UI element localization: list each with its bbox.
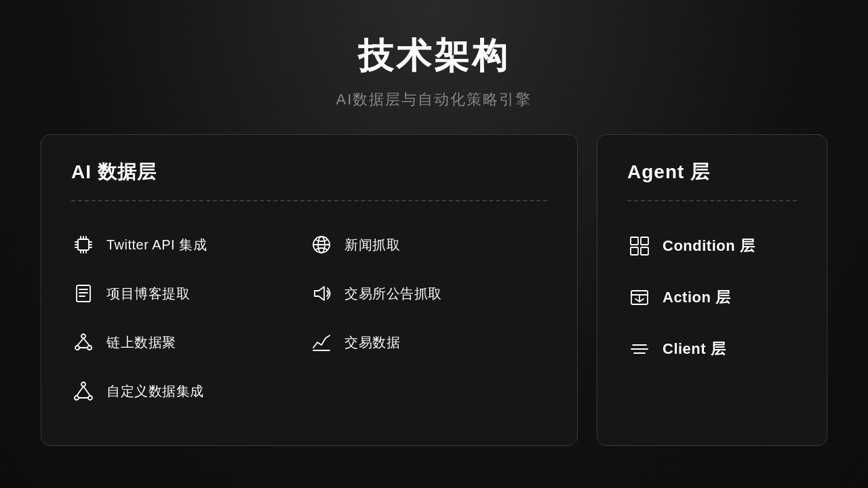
list-item: 新闻抓取 bbox=[309, 220, 547, 269]
action-icon bbox=[627, 285, 652, 310]
agent-layer-card: Agent 层 Condition 层 bbox=[597, 134, 827, 446]
onchain-label: 链上数据聚 bbox=[106, 333, 176, 352]
left-divider bbox=[71, 200, 547, 201]
speaker-icon bbox=[309, 281, 334, 306]
chart-icon bbox=[309, 330, 334, 354]
trade-data-label: 交易数据 bbox=[344, 333, 400, 352]
news-label: 新闻抓取 bbox=[344, 236, 400, 254]
svg-rect-35 bbox=[641, 237, 648, 245]
svg-rect-34 bbox=[631, 237, 638, 245]
right-items: Condition 层 Action 层 bbox=[627, 220, 797, 375]
list-item: Twitter API 集成 bbox=[71, 220, 309, 269]
list-item: Client 层 bbox=[627, 323, 797, 375]
left-items-grid: Twitter API 集成 项目博客提取 bbox=[71, 220, 547, 415]
svg-point-23 bbox=[81, 382, 85, 386]
left-col1: Twitter API 集成 项目博客提取 bbox=[71, 220, 309, 415]
condition-icon bbox=[627, 234, 652, 258]
globe-icon bbox=[309, 232, 334, 257]
svg-line-27 bbox=[83, 386, 90, 396]
custom-data-label: 自定义数据集成 bbox=[106, 382, 204, 401]
exchange-label: 交易所公告抓取 bbox=[344, 285, 442, 303]
action-label: Action 层 bbox=[663, 287, 731, 308]
cards-container: AI 数据层 bbox=[0, 134, 868, 446]
svg-point-24 bbox=[75, 396, 79, 400]
svg-line-21 bbox=[83, 338, 90, 346]
svg-line-26 bbox=[77, 386, 83, 396]
list-item: 自定义数据集成 bbox=[71, 367, 309, 415]
list-item: Action 层 bbox=[627, 272, 797, 323]
left-col2: 新闻抓取 交易所公告抓取 bbox=[309, 220, 547, 415]
header: 技术架构 AI数据层与自动化策略引擎 bbox=[336, 33, 532, 110]
svg-rect-37 bbox=[641, 247, 648, 255]
page-title: 技术架构 bbox=[336, 33, 532, 80]
client-label: Client 层 bbox=[663, 339, 726, 359]
nodes-icon bbox=[71, 379, 96, 403]
network-icon bbox=[71, 330, 96, 354]
right-card-title: Agent 层 bbox=[627, 159, 797, 185]
document-icon bbox=[71, 281, 96, 306]
svg-line-20 bbox=[77, 338, 83, 346]
left-card-title: AI 数据层 bbox=[71, 159, 547, 185]
page-subtitle: AI数据层与自动化策略引擎 bbox=[336, 89, 532, 110]
list-item: Condition 层 bbox=[627, 220, 797, 272]
svg-rect-13 bbox=[77, 285, 90, 302]
svg-rect-36 bbox=[631, 247, 638, 255]
condition-label: Condition 层 bbox=[663, 236, 755, 256]
blog-label: 项目博客提取 bbox=[106, 285, 190, 303]
list-item: 项目博客提取 bbox=[71, 269, 309, 318]
svg-marker-32 bbox=[315, 287, 324, 300]
svg-rect-0 bbox=[78, 239, 89, 250]
twitter-api-label: Twitter API 集成 bbox=[106, 236, 207, 254]
ai-data-layer-card: AI 数据层 bbox=[41, 134, 578, 446]
client-icon bbox=[627, 337, 652, 361]
list-item: 链上数据聚 bbox=[71, 318, 309, 367]
list-item: 交易所公告抓取 bbox=[309, 269, 547, 318]
right-divider bbox=[627, 200, 797, 201]
list-item: 交易数据 bbox=[309, 318, 547, 367]
cpu-icon bbox=[71, 232, 96, 257]
